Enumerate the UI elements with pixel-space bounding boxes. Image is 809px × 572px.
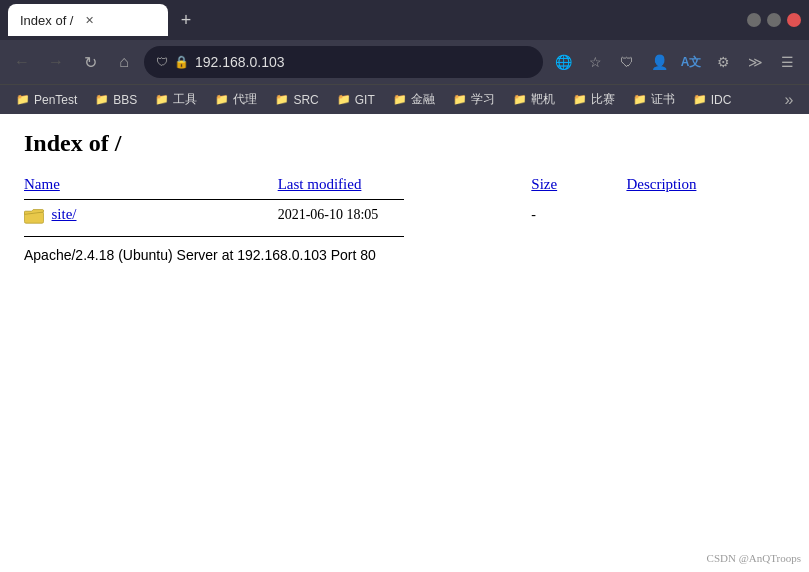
bookmark-label: IDC [711,93,732,107]
navigation-bar: ← → ↻ ⌂ 🛡 🔒 192.168.0.103 🌐 ☆ 🛡 👤 A文 ⚙ ≫… [0,40,809,84]
bookmark-study[interactable]: 📁 学习 [445,89,503,110]
bookmark-label: 靶机 [531,91,555,108]
bookmark-pentest[interactable]: 📁 PenTest [8,91,85,109]
bookmark-src[interactable]: 📁 SRC [267,91,326,109]
close-button[interactable] [787,13,801,27]
directory-link[interactable]: site/ [52,206,77,222]
tab-close-button[interactable]: ✕ [81,12,97,28]
bookmark-label: 金融 [411,91,435,108]
bookmark-label: SRC [293,93,318,107]
folder-icon [24,208,44,224]
bookmark-tools[interactable]: 📁 工具 [147,89,205,110]
bookmark-finance[interactable]: 📁 金融 [385,89,443,110]
settings-circle-icon[interactable]: ⚙ [709,48,737,76]
folder-icon: 📁 [275,93,289,106]
col-header-modified: Last modified [278,173,532,195]
shield-icon[interactable]: 🛡 [613,48,641,76]
minimize-button[interactable] [747,13,761,27]
page-title: Index of / [24,130,785,157]
forward-button[interactable]: → [42,48,70,76]
bookmark-label: 学习 [471,91,495,108]
profile-icon[interactable]: 👤 [645,48,673,76]
new-tab-button[interactable]: + [172,6,200,34]
page-content: Index of / Name Last modified Size Descr… [0,114,809,572]
lang-icon[interactable]: A文 [677,48,705,76]
bookmark-idc[interactable]: 📁 IDC [685,91,740,109]
active-tab[interactable]: Index of / ✕ [8,4,168,36]
footer-divider-row [24,226,785,247]
col-header-description: Description [626,173,785,195]
bookmark-label: GIT [355,93,375,107]
cell-name: site/ [24,204,278,226]
menu-icon[interactable]: ☰ [773,48,801,76]
security-icon: 🛡 [156,55,168,69]
lock-icon: 🔒 [174,55,189,69]
sort-by-modified-link[interactable]: Last modified [278,176,362,192]
bookmark-proxy[interactable]: 📁 代理 [207,89,265,110]
bookmarks-bar: 📁 PenTest 📁 BBS 📁 工具 📁 代理 📁 SRC 📁 GIT 📁 … [0,84,809,114]
folder-icon: 📁 [337,93,351,106]
home-button[interactable]: ⌂ [110,48,138,76]
address-bar[interactable]: 🛡 🔒 192.168.0.103 [144,46,543,78]
modified-date: 2021-06-10 18:05 [278,207,379,222]
extensions-icon[interactable]: ≫ [741,48,769,76]
bookmark-label: 工具 [173,91,197,108]
title-bar: Index of / ✕ + [0,0,809,40]
sort-by-name-link[interactable]: Name [24,176,60,192]
bookmark-cert[interactable]: 📁 证书 [625,89,683,110]
window-controls [747,13,801,27]
bookmark-label: 比赛 [591,91,615,108]
translate-icon[interactable]: 🌐 [549,48,577,76]
folder-icon: 📁 [633,93,647,106]
bookmarks-more-button[interactable]: » [777,88,801,112]
back-button[interactable]: ← [8,48,36,76]
footer-divider [24,226,785,247]
table-header-row: Name Last modified Size Description [24,173,785,195]
tab-title: Index of / [20,13,73,28]
folder-icon: 📁 [513,93,527,106]
folder-icon: 📁 [393,93,407,106]
bookmark-label: PenTest [34,93,77,107]
bookmark-label: 代理 [233,91,257,108]
sort-by-desc-link[interactable]: Description [626,176,696,192]
reload-button[interactable]: ↻ [76,48,104,76]
bookmark-star-icon[interactable]: ☆ [581,48,609,76]
bookmark-label: 证书 [651,91,675,108]
folder-icon: 📁 [16,93,30,106]
folder-icon: 📁 [215,93,229,106]
sort-by-size-link[interactable]: Size [531,176,557,192]
bookmark-contest[interactable]: 📁 比赛 [565,89,623,110]
header-divider-row [24,195,785,204]
cell-description [626,204,785,226]
bookmark-git[interactable]: 📁 GIT [329,91,383,109]
folder-icon: 📁 [573,93,587,106]
nav-actions: 🌐 ☆ 🛡 👤 A文 ⚙ ≫ ☰ [549,48,801,76]
server-info: Apache/2.4.18 (Ubuntu) Server at 192.168… [24,247,785,263]
url-text: 192.168.0.103 [195,54,285,70]
cell-modified: 2021-06-10 18:05 [278,204,532,226]
folder-icon: 📁 [453,93,467,106]
file-size: - [531,207,536,222]
folder-icon: 📁 [693,93,707,106]
bookmark-target[interactable]: 📁 靶机 [505,89,563,110]
maximize-button[interactable] [767,13,781,27]
header-divider [24,195,785,204]
bookmark-bbs[interactable]: 📁 BBS [87,91,145,109]
col-header-size: Size [531,173,626,195]
directory-table: Name Last modified Size Description [24,173,785,247]
bookmark-label: BBS [113,93,137,107]
table-row: site/ 2021-06-10 18:05 - [24,204,785,226]
tab-bar: Index of / ✕ + [8,4,741,36]
folder-icon: 📁 [95,93,109,106]
folder-icon: 📁 [155,93,169,106]
cell-size: - [531,204,626,226]
watermark: CSDN @AnQTroops [707,552,801,564]
col-header-name: Name [24,173,278,195]
